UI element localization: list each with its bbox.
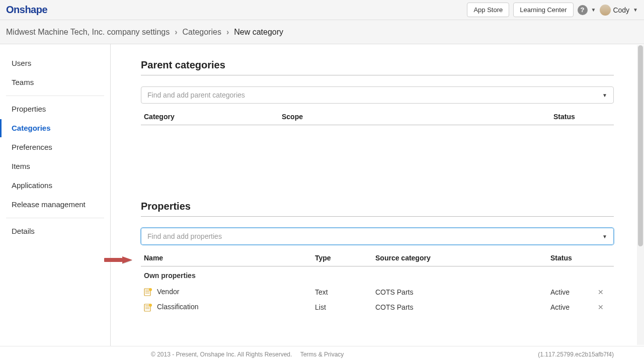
- parent-category-combo[interactable]: Find and add parent categories ▼: [141, 86, 614, 104]
- table-row: VendorTextCOTS PartsActive✕: [141, 285, 614, 300]
- svg-point-9: [149, 304, 152, 307]
- breadcrumb-categories[interactable]: Categories: [183, 28, 221, 37]
- parent-categories-section: Parent categories Find and add parent ca…: [141, 59, 614, 201]
- col-name: Name: [141, 254, 315, 262]
- chevron-down-icon: ▼: [602, 93, 607, 98]
- app-store-button[interactable]: App Store: [467, 3, 509, 17]
- sidebar: UsersTeams PropertiesCategoriesPreferenc…: [0, 44, 111, 346]
- help-icon: ?: [578, 5, 588, 15]
- topbar: Onshape App Store Learning Center ? ▼ Co…: [0, 0, 644, 20]
- footer-terms[interactable]: Terms & Privacy: [300, 351, 344, 358]
- combo-placeholder: Find and add parent categories: [147, 91, 245, 99]
- breadcrumb: Midwest Machine Tech, Inc. company setti…: [0, 20, 644, 44]
- help-menu[interactable]: ? ▼: [578, 5, 596, 15]
- body: UsersTeams PropertiesCategoriesPreferenc…: [0, 44, 644, 346]
- empty-space: [141, 125, 614, 201]
- prop-status: Active: [550, 303, 591, 311]
- divider: [141, 75, 614, 75]
- remove-icon[interactable]: ✕: [598, 288, 604, 296]
- properties-combo[interactable]: Find and add properties ▼: [141, 228, 614, 245]
- chevron-down-icon: ▼: [633, 7, 638, 13]
- sidebar-item-items[interactable]: Items: [0, 157, 110, 175]
- combo-placeholder: Find and add properties: [147, 232, 222, 240]
- sidebar-item-categories[interactable]: Categories: [0, 119, 110, 137]
- app-logo: Onshape: [6, 4, 47, 16]
- breadcrumb-company[interactable]: Midwest Machine Tech, Inc. company setti…: [6, 28, 170, 37]
- col-scope: Scope: [282, 113, 553, 121]
- sidebar-item-users[interactable]: Users: [0, 54, 110, 72]
- sidebar-item-applications[interactable]: Applications: [0, 176, 110, 195]
- sidebar-group-3: Details: [0, 222, 110, 240]
- sidebar-item-release-management[interactable]: Release management: [0, 196, 110, 214]
- prop-status: Active: [550, 288, 591, 296]
- col-status: Status: [553, 113, 594, 121]
- learning-center-button[interactable]: Learning Center: [513, 3, 573, 17]
- col-type: Type: [315, 254, 375, 262]
- scrollbar-thumb[interactable]: [638, 45, 643, 246]
- sidebar-group-1: UsersTeams: [0, 54, 110, 92]
- avatar: [600, 5, 611, 16]
- sidebar-item-properties[interactable]: Properties: [0, 100, 110, 118]
- prop-name: Vendor: [141, 288, 315, 297]
- breadcrumb-current: New category: [234, 28, 283, 37]
- properties-table-header: Name Type Source category Status: [141, 254, 614, 266]
- prop-type: List: [315, 303, 375, 311]
- sidebar-group-2: PropertiesCategoriesPreferencesItemsAppl…: [0, 100, 110, 214]
- remove-icon[interactable]: ✕: [598, 303, 604, 311]
- own-properties-label: Own properties: [141, 266, 614, 285]
- col-category: Category: [141, 113, 282, 121]
- chevron-down-icon: ▼: [602, 234, 607, 239]
- chevron-right-icon: ›: [175, 28, 177, 37]
- annotation-arrow-icon: [103, 252, 133, 269]
- col-source: Source category: [375, 254, 550, 262]
- vertical-scrollbar[interactable]: [637, 45, 644, 345]
- prop-source: COTS Parts: [375, 288, 550, 296]
- sidebar-item-teams[interactable]: Teams: [0, 73, 110, 92]
- divider: [6, 96, 104, 96]
- topbar-right: App Store Learning Center ? ▼ Cody ▼: [467, 3, 638, 17]
- prop-source: COTS Parts: [375, 303, 550, 311]
- properties-rows: VendorTextCOTS PartsActive✕Classificatio…: [141, 285, 614, 315]
- user-menu[interactable]: Cody ▼: [600, 5, 638, 16]
- table-row: ClassificationListCOTS PartsActive✕: [141, 300, 614, 315]
- sidebar-item-details[interactable]: Details: [0, 222, 110, 240]
- footer-version: (1.117.25799.ec2b15afb7f4): [538, 351, 614, 358]
- col-status: Status: [550, 254, 591, 262]
- sidebar-item-preferences[interactable]: Preferences: [0, 138, 110, 156]
- parent-table-header: Category Scope Status: [141, 113, 614, 125]
- divider: [141, 216, 614, 217]
- footer: © 2013 - Present, Onshape Inc. All Right…: [0, 346, 644, 362]
- chevron-right-icon: ›: [226, 28, 229, 37]
- main-content: Parent categories Find and add parent ca…: [111, 44, 644, 346]
- prop-type: Text: [315, 288, 375, 296]
- username: Cody: [613, 6, 629, 14]
- divider: [6, 218, 104, 218]
- properties-section: Properties Find and add properties ▼ Nam…: [141, 201, 614, 315]
- section-title-parent: Parent categories: [141, 59, 614, 71]
- section-title-properties: Properties: [141, 201, 614, 212]
- col-action: [591, 254, 611, 262]
- svg-point-4: [149, 288, 152, 291]
- prop-name: Classification: [141, 303, 315, 312]
- svg-rect-10: [104, 258, 122, 262]
- chevron-down-icon: ▼: [591, 7, 596, 13]
- footer-copyright: © 2013 - Present, Onshape Inc. All Right…: [151, 351, 292, 358]
